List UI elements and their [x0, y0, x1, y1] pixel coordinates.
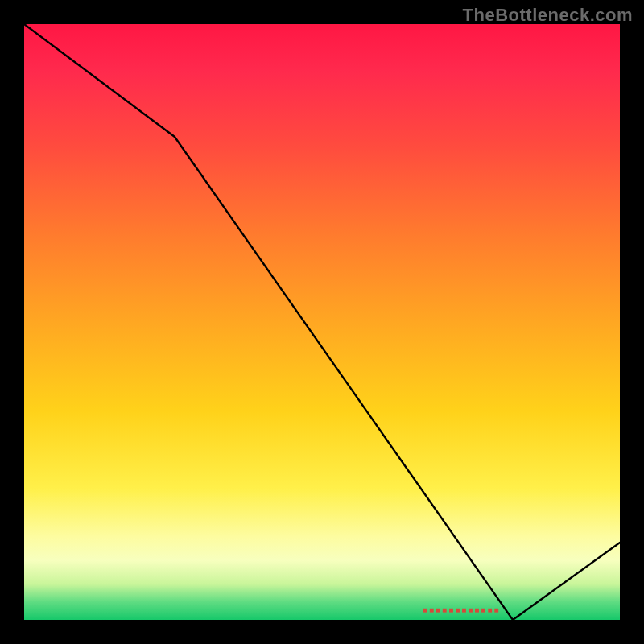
plot-area: ■■■■■■■■■■■■ [24, 24, 620, 620]
watermark-text: TheBottleneck.com [463, 5, 633, 26]
bottleneck-curve [24, 24, 620, 620]
chart-frame: TheBottleneck.com ■■■■■■■■■■■■ [0, 0, 644, 644]
optimum-marker: ■■■■■■■■■■■■ [423, 605, 500, 614]
